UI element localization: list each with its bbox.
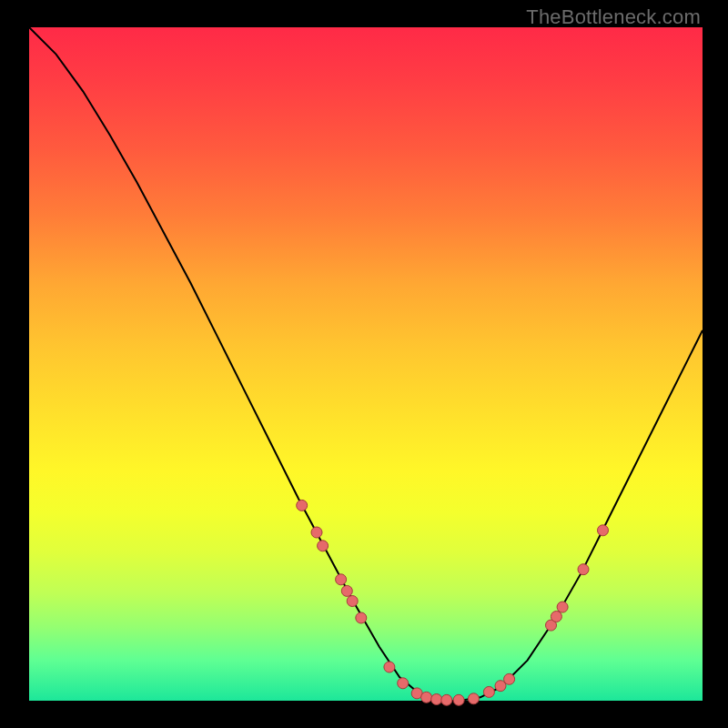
marker-point [598,525,609,536]
chart-svg [29,27,703,701]
marker-point [551,612,561,622]
marker-point [311,527,322,538]
series-curve [29,27,703,701]
marker-point [578,564,589,575]
marker-point [504,673,515,684]
marker-point [441,694,452,705]
marker-point [356,612,367,623]
marker-point [468,693,479,704]
chart-container: TheBottleneck.com [0,0,728,728]
marker-point [431,694,442,705]
marker-point [557,602,568,612]
marker-point [347,596,358,607]
marker-point [318,541,329,551]
watermark-text: TheBottleneck.com [526,5,701,29]
marker-points [297,500,609,705]
marker-point [483,686,494,697]
marker-point [341,585,352,596]
marker-point [398,678,409,689]
curve-line [29,27,703,701]
marker-point [421,692,432,703]
marker-point [453,694,464,705]
marker-point [336,574,347,585]
marker-point [384,662,395,672]
marker-point [297,500,308,511]
